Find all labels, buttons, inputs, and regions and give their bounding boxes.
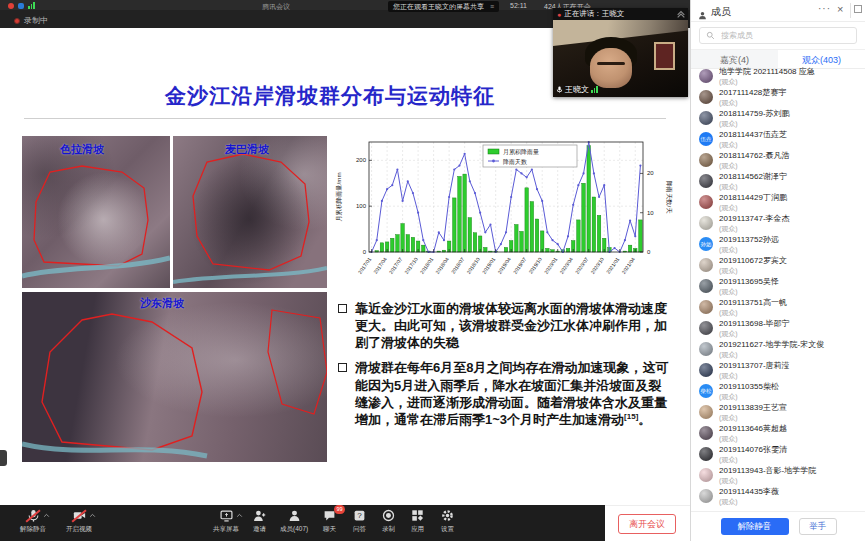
member-row[interactable]: 柴松2019110355柴松(观众) (691, 381, 865, 402)
member-role: (观众) (719, 77, 865, 86)
member-row[interactable]: 2019114076张雯清(观众) (691, 444, 865, 465)
alert-icon (8, 3, 14, 9)
member-avatar (699, 216, 713, 230)
shared-slide: 金沙江沿岸滑坡群分布与运动特征 色拉滑坡 麦巴滑坡 沙东滑坡 (0, 28, 690, 505)
svg-text:2020/04: 2020/04 (558, 256, 574, 275)
speaker-video-thumbnail[interactable]: ● 正在讲话：王晓文 王晓文 (553, 8, 688, 97)
toolbar-camera-off-button[interactable]: 开启视频 (66, 509, 92, 532)
panel-title: 成员 (711, 5, 731, 19)
panel-header: 成员 ··· × (691, 0, 865, 22)
bullet-square-icon (338, 363, 347, 372)
svg-text:20: 20 (647, 170, 654, 176)
satellite-image-sela: 色拉滑坡 (22, 136, 170, 288)
member-role: (观众) (719, 245, 865, 254)
member-row[interactable]: 伍垚2018114437伍垚芝(观众) (691, 129, 865, 150)
member-name: 2018114759-苏刘鹏 (719, 108, 859, 119)
toolbar-settings-button[interactable]: 设置 (440, 509, 455, 532)
unmute-button[interactable]: 解除静音 (721, 518, 789, 535)
chevron-up-icon[interactable] (43, 512, 50, 519)
member-row[interactable]: 2018114762-聂凡浩(观众) (691, 150, 865, 171)
member-row[interactable]: 2019113747-李金杰(观众) (691, 213, 865, 234)
member-avatar (699, 258, 713, 272)
members-panel: 成员 ··· × 嘉宾(4) 观众(403) 地学学院 2021114508 应… (690, 0, 865, 541)
member-avatar: 伍垚 (699, 132, 713, 146)
toolbar-invite-button[interactable]: 邀请 (252, 509, 267, 532)
member-role: (观众) (719, 497, 865, 506)
svg-text:2017/10: 2017/10 (403, 256, 419, 275)
landslide-label: 沙东滑坡 (140, 296, 184, 311)
member-role: (观众) (719, 308, 865, 317)
member-row[interactable]: 2019113751高一帆(观众) (691, 297, 865, 318)
member-avatar (699, 426, 713, 440)
member-role: (观众) (719, 329, 865, 338)
member-row[interactable]: 2019113646荚超越(观众) (691, 423, 865, 444)
member-row[interactable]: 2019114435李薇(观众) (691, 486, 865, 507)
member-row[interactable]: 2019113839王艺宣(观众) (691, 402, 865, 423)
search-icon (706, 31, 715, 40)
camera-off-icon (72, 509, 87, 524)
menu-icon[interactable]: ≡ (490, 3, 494, 10)
member-name: 2019110355柴松 (719, 381, 859, 392)
member-role: (观众) (719, 98, 865, 107)
member-row[interactable]: 2018114759-苏刘鹏(观众) (691, 108, 865, 129)
member-row[interactable]: 2017111428楚赛宇(观众) (691, 87, 865, 108)
member-name: 2017111428楚赛宇 (719, 87, 859, 98)
toolbar-members-button[interactable]: 成员(407) (280, 509, 308, 532)
member-role: (观众) (719, 161, 865, 170)
toolbar-chat-button[interactable]: 99聊天 (322, 509, 337, 532)
member-name: 2019113752孙远 (719, 234, 859, 245)
citation-ref: [15] (624, 412, 638, 421)
speaking-banner: ● 正在讲话：王晓文 (553, 8, 688, 20)
member-row[interactable]: 2018114562谢泽宁(观众) (691, 171, 865, 192)
member-row[interactable]: 孙远2019113752孙远(观众) (691, 234, 865, 255)
member-search[interactable] (699, 27, 857, 44)
svg-text:降雨天数/天: 降雨天数/天 (666, 181, 673, 214)
member-row[interactable]: 2019113943-音影-地学学院(观众) (691, 465, 865, 486)
toolbar-apps-button[interactable]: 应用 (410, 509, 425, 532)
bottom-toolbar: 解除静音开启视频 共享屏幕邀请成员(407)99聊天?问答录制应用设置 (0, 505, 605, 541)
member-row[interactable]: 2019211627-地学学院-宋文俊(观众) (691, 339, 865, 360)
svg-text:2018/07: 2018/07 (450, 256, 466, 275)
member-row[interactable]: 2018114429丁润鹏(观众) (691, 192, 865, 213)
toolbar-qa-button[interactable]: ?问答 (352, 509, 367, 532)
member-row[interactable]: 2019113698-毕邵宁(观众) (691, 318, 865, 339)
svg-text:2019/07: 2019/07 (512, 256, 528, 275)
mic-small-icon (556, 85, 563, 94)
member-row[interactable]: 地学学院 2021114508 应急(观众) (691, 66, 865, 87)
search-input[interactable] (719, 30, 839, 41)
svg-text:2018/01: 2018/01 (419, 256, 435, 275)
video-feed: 王晓文 (553, 20, 688, 97)
member-name: 2019114076张雯清 (719, 444, 859, 455)
leave-meeting-button[interactable]: 离开会议 (618, 514, 676, 534)
member-avatar (699, 342, 713, 356)
record-dot-icon (14, 18, 20, 24)
toolbar-record-button[interactable]: 录制 (381, 509, 396, 532)
leave-area: 离开会议 (605, 505, 690, 541)
svg-text:降雨天数: 降雨天数 (503, 158, 527, 165)
member-list: 地学学院 2021114508 应急(观众)2017111428楚赛宇(观众)2… (691, 66, 865, 511)
toolbar-mic-muted-button[interactable]: 解除静音 (20, 509, 46, 532)
popout-icon[interactable] (854, 5, 862, 13)
member-role: (观众) (719, 371, 865, 380)
toolbar-share-screen-button[interactable]: 共享屏幕 (213, 509, 239, 532)
member-avatar (699, 90, 713, 104)
close-panel-button[interactable]: × (837, 3, 843, 15)
members-icon (287, 509, 302, 524)
recording-indicator: 录制中 (14, 15, 48, 26)
tencent-meeting-window: 腾讯会议 录制中 您正在观看王晓文的屏幕共享 ≡ 52:11 424人正在开会 … (0, 0, 865, 541)
chevron-up-icon[interactable] (236, 512, 243, 519)
landslide-label: 麦巴滑坡 (225, 142, 269, 157)
member-name: 2019113698-毕邵宁 (719, 318, 859, 329)
svg-text:2019/04: 2019/04 (496, 256, 512, 275)
speaker-name: 王晓文 (565, 84, 589, 95)
sidebar-handle[interactable] (0, 450, 7, 466)
member-avatar (699, 405, 713, 419)
member-row[interactable]: 2019113695吴怿(观众) (691, 276, 865, 297)
member-name: 2019113646荚超越 (719, 423, 859, 434)
member-row[interactable]: 2019113707-唐莉滢(观众) (691, 360, 865, 381)
raise-hand-button[interactable]: 举手 (799, 518, 837, 535)
member-row[interactable]: 2019110672罗宾文(观众) (691, 255, 865, 276)
chevron-up-icon[interactable] (89, 512, 96, 519)
more-options-button[interactable]: ··· (818, 3, 831, 14)
record-icon (381, 509, 396, 524)
